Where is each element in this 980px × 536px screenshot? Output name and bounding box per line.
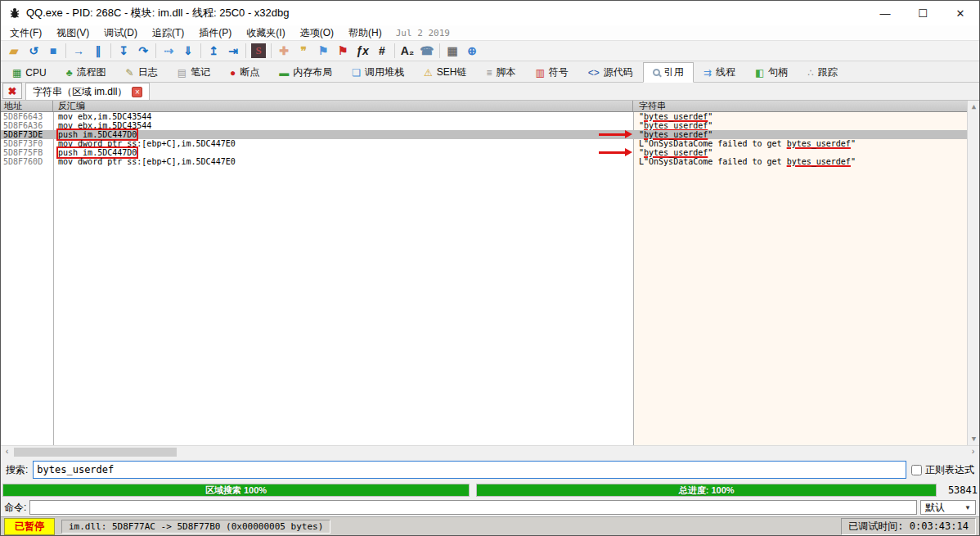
scroll-left-icon[interactable]: ‹ (1, 446, 13, 458)
tab-笔记[interactable]: ▤笔记 (168, 63, 220, 82)
run-to-selection-icon[interactable]: ⇢ (159, 42, 178, 60)
menu-item[interactable]: 调试(D) (97, 25, 145, 40)
stop-icon[interactable]: ■ (43, 42, 63, 60)
patch-icon[interactable]: ✚ (274, 42, 294, 60)
string-reference-row[interactable]: 5D8F760Dmov dword ptr ss:[ebp+C],im.5DC4… (1, 157, 967, 166)
tab-label: 线程 (716, 65, 735, 79)
x32dbg-window: QQ.exe - PID: 268C - 模块: im.dll - 线程: 25… (0, 0, 980, 536)
label-icon[interactable]: ⚑ (313, 42, 333, 60)
tab-脚本[interactable]: ≡脚本 (476, 63, 525, 82)
scroll-up-icon[interactable]: ▲ (968, 101, 979, 113)
run-to-user-code-icon[interactable]: ⇥ (223, 42, 243, 60)
tab-跟踪[interactable]: ∴跟踪 (798, 63, 847, 82)
tab-label: 日志 (138, 65, 158, 79)
regex-checkbox[interactable] (911, 465, 922, 475)
menu-item[interactable]: 视图(V) (49, 25, 97, 40)
horizontal-scrollbar-thumb[interactable] (14, 448, 177, 457)
vertical-scrollbar[interactable]: ▲ ▼ (967, 101, 979, 445)
total-progressbar: 总进度: 100% (476, 484, 937, 497)
menu-item[interactable]: 追踪(T) (145, 25, 191, 40)
source-s-icon[interactable]: S (249, 42, 268, 60)
menu-item[interactable]: 收藏夹(I) (239, 25, 292, 40)
hash-icon[interactable]: # (372, 42, 392, 60)
string-reference-row[interactable]: 5D8F73F0mov dword ptr ss:[ebp+C],im.5DC4… (1, 139, 967, 148)
tab-内存布局[interactable]: ▬内存布局 (269, 63, 342, 82)
command-input[interactable] (29, 500, 917, 515)
font-az-icon[interactable]: A₂ (398, 42, 417, 60)
bookmark-icon[interactable]: ⚑ (333, 42, 353, 60)
close-all-tabs-button[interactable]: ✖ (2, 83, 22, 99)
tab-strings-region[interactable]: 字符串（区域 im.dll） × (25, 83, 150, 100)
menu-item[interactable]: 文件(F) (2, 25, 49, 40)
doc-tab-close-icon[interactable]: × (132, 87, 142, 97)
close-button[interactable]: ✕ (942, 1, 979, 25)
table-header: 地址 反汇编 字符串 (1, 101, 967, 112)
column-header-address[interactable]: 地址 (1, 101, 53, 111)
tab-label: 引用 (664, 65, 684, 79)
menu-item[interactable]: 选项(O) (293, 25, 341, 40)
calculator-icon[interactable]: ▦ (443, 42, 462, 60)
horizontal-scrollbar[interactable]: ‹ › (1, 445, 979, 457)
tab-label: 符号 (549, 65, 569, 79)
maximize-button[interactable]: ☐ (904, 1, 942, 25)
tab-符号[interactable]: ▥符号 (525, 63, 578, 82)
symbols-icon: ▥ (535, 68, 544, 78)
step-into-icon[interactable]: ↧ (114, 42, 133, 60)
tab-流程图[interactable]: ♣流程图 (56, 63, 116, 82)
function-icon[interactable]: ƒx (353, 42, 372, 60)
region-search-progressbar: 区域搜索 100% (2, 484, 470, 497)
execute-till-return-icon[interactable]: ⇓ (178, 42, 198, 60)
paused-status-badge: 已暂停 (4, 518, 55, 535)
tab-线程[interactable]: ⇉线程 (694, 63, 745, 82)
notes-icon: ▤ (178, 68, 187, 78)
run-icon[interactable]: → (69, 42, 88, 60)
search-input[interactable] (33, 461, 906, 479)
log-icon: ✎ (126, 68, 134, 78)
tab-引用[interactable]: 引用 (643, 62, 694, 83)
restart-icon[interactable]: ↺ (24, 42, 43, 60)
tab-源代码[interactable]: <>源代码 (578, 63, 643, 82)
globe-icon[interactable]: ⊕ (462, 42, 482, 60)
notify-phone-icon[interactable]: ☎ (417, 42, 437, 60)
string-reference-row[interactable]: 5D8F6A36mov ebx,im.5DC43544"bytes_userde… (1, 121, 967, 130)
tab-调用堆栈[interactable]: ❏调用堆栈 (342, 63, 414, 82)
search-match-highlight: bytes_userdef (787, 139, 851, 148)
minimize-button[interactable]: — (866, 1, 904, 25)
command-profile-dropdown[interactable]: 默认 ▼ (920, 500, 976, 515)
step-over-icon[interactable]: ↷ (133, 42, 153, 60)
handles-icon: ◧ (755, 68, 764, 78)
window-title: QQ.exe - PID: 268C - 模块: im.dll - 线程: 25… (26, 6, 290, 20)
command-label: 命令: (4, 501, 26, 515)
menu-item[interactable]: 插件(P) (191, 25, 239, 40)
tab-断点[interactable]: ●断点 (220, 63, 269, 82)
toolbar-separator (394, 43, 395, 58)
tab-CPU[interactable]: ▦CPU (2, 63, 56, 82)
step-out-icon[interactable]: ↥ (204, 42, 223, 60)
menu-bar: 文件(F)视图(V)调试(D)追踪(T)插件(P)收藏夹(I)选项(O)帮助(H… (1, 25, 979, 40)
comment-icon[interactable]: ❞ (294, 42, 313, 60)
tab-label: 跟踪 (818, 65, 838, 79)
memory-map-icon: ▬ (279, 68, 289, 78)
tab-label: 内存布局 (293, 65, 332, 79)
scroll-down-icon[interactable]: ▼ (968, 433, 979, 445)
string-cell: "bytes_userdef" (633, 148, 967, 157)
tab-label: SEH链 (437, 65, 467, 79)
toolbar-separator (271, 43, 272, 58)
string-reference-row[interactable]: 5D8F75FBpush im.5DC447D0"bytes_userdef" (1, 148, 967, 157)
column-header-disassembly[interactable]: 反汇编 (53, 101, 633, 111)
menu-item[interactable]: 帮助(H) (341, 25, 389, 40)
open-folder-icon[interactable]: ▰ (4, 42, 24, 60)
regex-label: 正则表达式 (925, 463, 974, 477)
tab-句柄[interactable]: ◧句柄 (745, 63, 798, 82)
address-cell: 5D8F760D (1, 157, 53, 166)
scroll-right-icon[interactable]: › (967, 446, 979, 458)
tab-label: 句柄 (768, 65, 788, 79)
tab-日志[interactable]: ✎日志 (116, 63, 168, 82)
string-reference-row[interactable]: 5D8F6643mov ebx,im.5DC43544"bytes_userde… (1, 112, 967, 121)
pause-icon[interactable]: ∥ (88, 42, 108, 60)
chevron-down-icon: ▼ (964, 504, 971, 511)
column-header-string[interactable]: 字符串 (633, 101, 967, 111)
string-reference-row[interactable]: 5D8F73DEpush im.5DC447D0"bytes_userdef" (1, 130, 967, 139)
debug-time: 已调试时间: 0:03:43:14 (841, 518, 976, 535)
tab-SEH链[interactable]: ⚠SEH链 (414, 63, 476, 82)
